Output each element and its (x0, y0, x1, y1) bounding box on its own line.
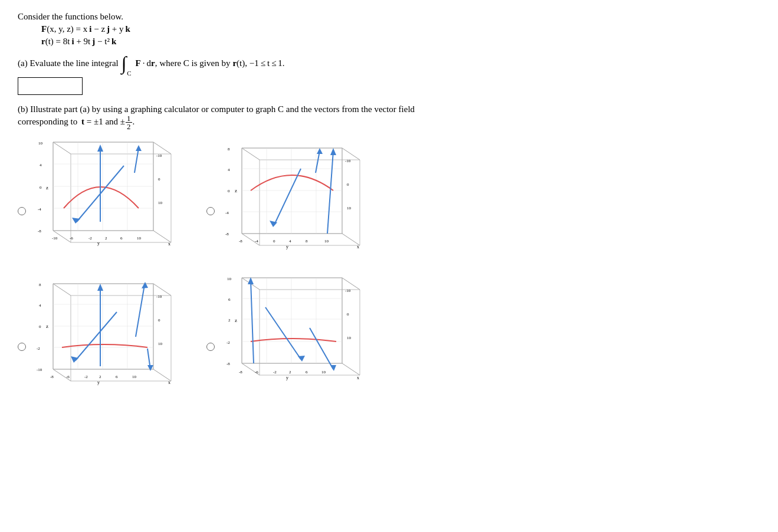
svg-text:0: 0 (347, 312, 349, 317)
r-ref: r(t), −1 ≤ t ≤ 1. (232, 58, 284, 68)
svg-text:-8: -8 (38, 229, 41, 234)
svg-text:-2: -2 (84, 375, 88, 379)
svg-text:-10: -10 (156, 294, 162, 299)
svg-text:4: 4 (39, 303, 41, 308)
t-ref: t (81, 117, 84, 126)
graph-item-2: z 8 4 0 -4 -8 -8 -4 0 4 8 10 y (206, 136, 372, 260)
svg-text:2: 2 (105, 236, 107, 241)
svg-text:x: x (168, 241, 170, 247)
graph-item-4: z 10 6 2 -2 -8 -8 -6 -2 2 6 10 y (206, 272, 372, 396)
svg-text:y: y (97, 380, 100, 385)
graphs-row-1: z 10 4 0 -4 -8 -10 -6 -2 2 6 10 (18, 136, 760, 260)
svg-marker-98 (71, 356, 78, 363)
integral-symbol: ∫ (122, 52, 127, 74)
svg-text:-10: -10 (37, 367, 42, 372)
svg-marker-70 (53, 284, 71, 381)
svg-text:y: y (286, 375, 288, 380)
svg-text:-10: -10 (345, 288, 351, 293)
svg-text:10: 10 (227, 277, 232, 281)
svg-text:x: x (357, 375, 359, 380)
svg-text:z: z (46, 323, 48, 329)
svg-text:-4: -4 (225, 211, 229, 215)
svg-text:-2: -2 (273, 370, 277, 375)
svg-text:6: 6 (116, 375, 118, 379)
graph-svg-2: z 8 4 0 -4 -8 -8 -4 0 4 8 10 y (218, 136, 372, 260)
radio-4[interactable] (206, 343, 215, 351)
svg-marker-3 (53, 142, 71, 242)
svg-text:8: 8 (228, 147, 230, 152)
svg-marker-36 (242, 148, 260, 245)
part-a-section: (a) Evaluate the line integral ∫ C F · d… (18, 54, 760, 95)
integrand: F · dr, (136, 58, 157, 68)
svg-text:4: 4 (228, 168, 230, 172)
svg-marker-66 (317, 148, 323, 154)
part-b-section: (b) Illustrate part (a) by using a graph… (18, 104, 760, 396)
svg-marker-102 (147, 365, 153, 371)
fraction-half: 12 (126, 114, 132, 130)
svg-marker-28 (97, 145, 103, 152)
svg-text:2: 2 (99, 375, 101, 379)
svg-text:6: 6 (228, 297, 231, 302)
svg-text:-4: -4 (38, 207, 41, 212)
svg-marker-103 (242, 278, 342, 363)
svg-text:10: 10 (38, 141, 43, 146)
svg-text:-8: -8 (239, 370, 242, 375)
integral-sub-c: C (127, 70, 131, 77)
svg-text:-6: -6 (66, 375, 70, 379)
svg-text:x: x (357, 244, 359, 249)
answer-input-box[interactable] (18, 77, 83, 95)
problem-header: Consider the functions below. F(x, y, z)… (18, 12, 760, 47)
graph-container-4: z 10 6 2 -2 -8 -8 -6 -2 2 6 10 y (218, 272, 372, 396)
svg-text:-6: -6 (255, 370, 258, 375)
svg-text:10: 10 (158, 201, 163, 205)
svg-text:-2: -2 (37, 346, 40, 351)
svg-text:z: z (235, 317, 237, 323)
svg-text:-4: -4 (255, 239, 258, 244)
graph-svg-3: z 8 4 0 -2 -10 -8 -6 -2 2 6 10 y (29, 272, 183, 396)
svg-marker-100 (142, 282, 148, 288)
svg-line-131 (251, 280, 254, 363)
part-b-prompt: (b) Illustrate part (a) by using a graph… (18, 104, 466, 130)
svg-marker-32 (136, 145, 142, 151)
svg-line-135 (310, 328, 333, 369)
svg-text:0: 0 (40, 185, 42, 190)
svg-text:y: y (286, 244, 288, 249)
svg-text:6: 6 (120, 236, 123, 241)
svg-text:y: y (97, 241, 100, 246)
svg-text:10: 10 (137, 236, 142, 241)
svg-marker-62 (330, 148, 336, 155)
graph-svg-4: z 10 6 2 -2 -8 -8 -6 -2 2 6 10 y (218, 272, 372, 396)
graph-item-1: z 10 4 0 -4 -8 -10 -6 -2 2 6 10 (18, 136, 183, 260)
where-text: where C is given by (159, 58, 230, 68)
svg-text:x: x (168, 380, 170, 385)
svg-text:-8: -8 (225, 232, 229, 237)
svg-text:-6: -6 (70, 236, 73, 241)
svg-text:-2: -2 (226, 340, 230, 345)
svg-text:8: 8 (39, 283, 41, 287)
graphs-section: z 10 4 0 -4 -8 -10 -6 -2 2 6 10 (18, 136, 760, 396)
svg-text:-2: -2 (88, 236, 92, 241)
svg-text:-10: -10 (345, 159, 351, 163)
svg-line-97 (75, 312, 117, 360)
svg-text:0: 0 (39, 324, 41, 329)
svg-marker-67 (53, 284, 153, 369)
svg-text:z: z (235, 188, 237, 193)
graph-item-3: z 8 4 0 -2 -10 -8 -6 -2 2 6 10 y (18, 272, 183, 396)
svg-marker-132 (248, 277, 254, 284)
svg-text:-8: -8 (239, 239, 242, 244)
svg-text:0: 0 (158, 318, 160, 323)
radio-3[interactable] (18, 343, 26, 351)
svg-text:10: 10 (347, 336, 352, 340)
svg-text:2: 2 (289, 370, 291, 375)
svg-text:8: 8 (306, 239, 308, 244)
graph-container-1: z 10 4 0 -4 -8 -10 -6 -2 2 6 10 (29, 136, 183, 260)
r-eq-text: r(t) = 8t i + 9t j − t² k (41, 37, 116, 46)
part-a-prompt: (a) Evaluate the line integral ∫ C F · d… (18, 54, 760, 73)
svg-line-61 (327, 151, 333, 234)
radio-2[interactable] (206, 207, 215, 215)
graph-container-2: z 8 4 0 -4 -8 -8 -4 0 4 8 10 y (218, 136, 372, 260)
svg-line-31 (134, 148, 139, 173)
svg-text:4: 4 (289, 239, 291, 244)
radio-1[interactable] (18, 207, 26, 215)
svg-marker-96 (97, 284, 103, 291)
